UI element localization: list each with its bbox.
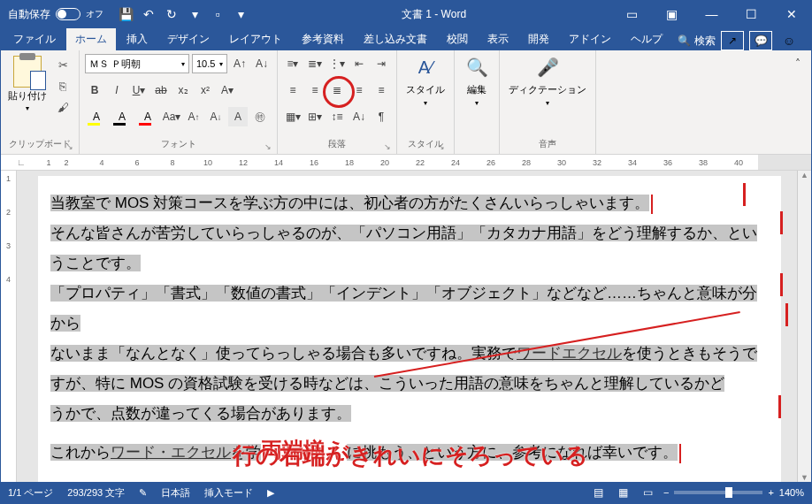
cursor-icon bbox=[651, 195, 653, 214]
font-name-select[interactable]: ＭＳ Ｐ明朝▾ bbox=[85, 54, 189, 73]
numbering-button[interactable]: ≣▾ bbox=[305, 54, 325, 73]
redo-button[interactable]: ↻ bbox=[162, 4, 181, 24]
vertical-ruler[interactable]: 1234 bbox=[1, 171, 17, 482]
align-left-button[interactable]: ≡ bbox=[283, 80, 303, 100]
link-word-excel[interactable]: ワード・エクセル bbox=[111, 444, 231, 461]
dialog-launcher-icon[interactable]: ↘ bbox=[264, 142, 272, 151]
grow-font2-button[interactable]: A↑ bbox=[184, 107, 203, 126]
tab-home[interactable]: ホーム bbox=[66, 28, 116, 50]
text-line: を使うときもそうで bbox=[622, 345, 757, 362]
tab-file[interactable]: ファイル bbox=[4, 28, 65, 50]
editing-button[interactable]: 🔍 編集▾ bbox=[463, 54, 490, 139]
increase-indent-button[interactable]: ⇥ bbox=[372, 54, 391, 73]
comments-button[interactable]: 💬 bbox=[749, 31, 772, 50]
change-case-button[interactable]: Aa▾ bbox=[162, 107, 181, 126]
account-button[interactable]: ▭ bbox=[612, 1, 652, 27]
document-page[interactable]: 当教室で MOS 対策コースを学ぶ方の中には、初心者の方がたくさんいらっしゃいま… bbox=[38, 176, 781, 482]
distributed-button[interactable]: ≡ bbox=[372, 80, 391, 100]
zoom-slider[interactable] bbox=[674, 491, 762, 494]
line-spacing-button[interactable]: ↕≡ bbox=[327, 107, 347, 126]
read-mode-button[interactable]: ▤ bbox=[589, 485, 609, 500]
zoom-out-button[interactable]: − bbox=[663, 487, 669, 498]
collapse-ribbon-button[interactable]: ˄ bbox=[788, 54, 808, 73]
format-painter-button[interactable]: 🖌 bbox=[54, 98, 72, 116]
undo-button[interactable]: ↶ bbox=[139, 4, 158, 24]
status-macros-icon[interactable]: ▶ bbox=[267, 487, 274, 499]
save-button[interactable]: 💾 bbox=[116, 4, 135, 24]
red-edge-marker bbox=[743, 183, 746, 206]
cut-button[interactable]: ✂ bbox=[54, 56, 72, 73]
copy-button[interactable]: ⎘ bbox=[54, 77, 72, 95]
tab-addins[interactable]: アドイン bbox=[560, 28, 620, 50]
show-marks-button[interactable]: ¶ bbox=[372, 107, 391, 126]
decrease-indent-button[interactable]: ⇤ bbox=[349, 54, 369, 73]
status-page[interactable]: 1/1 ページ bbox=[8, 486, 53, 500]
highlight-color-button[interactable]: A bbox=[85, 107, 108, 126]
autosave-toggle[interactable]: 自動保存 オフ bbox=[1, 7, 111, 22]
qat-more[interactable]: ▾ bbox=[231, 4, 250, 24]
superscript-button[interactable]: x² bbox=[195, 80, 215, 100]
strikethrough-button[interactable]: ab bbox=[151, 80, 171, 100]
enclose-char-button[interactable]: ㊕ bbox=[250, 107, 270, 126]
tab-mailings[interactable]: 差し込み文書 bbox=[355, 28, 436, 50]
bullets-button[interactable]: ≡▾ bbox=[283, 54, 303, 73]
status-proofing-icon[interactable]: ✎ bbox=[139, 487, 147, 499]
scroll-down-icon[interactable]: ▼ bbox=[798, 473, 811, 482]
borders-button[interactable]: ⊞▾ bbox=[305, 107, 325, 126]
web-layout-button[interactable]: ▭ bbox=[639, 485, 658, 500]
search-box[interactable]: 🔍 検索 bbox=[678, 34, 716, 49]
tab-insert[interactable]: 挿入 bbox=[118, 28, 157, 50]
multilevel-list-button[interactable]: ⋮▾ bbox=[327, 54, 347, 73]
tab-layout[interactable]: レイアウト bbox=[220, 28, 291, 50]
maximize-button[interactable]: ☐ bbox=[732, 1, 771, 27]
tab-developer[interactable]: 開発 bbox=[519, 28, 558, 50]
print-layout-button[interactable]: ▦ bbox=[614, 485, 633, 500]
shading-button[interactable]: ▦▾ bbox=[283, 107, 303, 126]
tab-view[interactable]: 表示 bbox=[479, 28, 517, 50]
scroll-up-icon[interactable]: ▲ bbox=[798, 171, 811, 179]
dictation-button[interactable]: 🎤 ディクテーション▾ bbox=[509, 54, 586, 136]
minimize-button[interactable]: — bbox=[692, 1, 732, 27]
tab-review[interactable]: 校閲 bbox=[438, 28, 477, 50]
close-button[interactable]: ✕ bbox=[771, 1, 811, 27]
qat-button[interactable]: ▫ bbox=[208, 4, 227, 24]
tab-references[interactable]: 参考資料 bbox=[293, 28, 353, 50]
ribbon-display-button[interactable]: ▣ bbox=[652, 1, 692, 27]
font-color-button[interactable]: A bbox=[136, 107, 159, 126]
text-effects-button[interactable]: A▾ bbox=[218, 80, 237, 100]
italic-button[interactable]: I bbox=[107, 80, 126, 100]
qat-button[interactable]: ▾ bbox=[185, 4, 204, 24]
shrink-font2-button[interactable]: A↓ bbox=[206, 107, 226, 126]
dialog-launcher-icon[interactable]: ↘ bbox=[66, 142, 73, 151]
font-size-select[interactable]: 10.5▾ bbox=[192, 54, 227, 73]
sort-button[interactable]: A↓ bbox=[349, 107, 369, 126]
underline-button[interactable]: U▾ bbox=[129, 80, 149, 100]
vertical-scrollbar[interactable]: ▲ ▼ bbox=[797, 171, 811, 482]
justify-button[interactable]: ≣ bbox=[327, 80, 347, 100]
dialog-launcher-icon[interactable]: ↘ bbox=[384, 142, 391, 151]
zoom-level[interactable]: 140% bbox=[779, 487, 804, 498]
status-insert-mode[interactable]: 挿入モード bbox=[204, 486, 253, 500]
bold-button[interactable]: B bbox=[85, 80, 104, 100]
align-right-button[interactable]: ≡ bbox=[349, 80, 369, 100]
tab-design[interactable]: デザイン bbox=[158, 28, 218, 50]
subscript-button[interactable]: x₂ bbox=[173, 80, 193, 100]
tab-help[interactable]: ヘルプ bbox=[622, 28, 671, 50]
zoom-in-button[interactable]: + bbox=[768, 487, 773, 498]
help-face-button[interactable]: ☺ bbox=[778, 31, 801, 50]
status-word-count[interactable]: 293/293 文字 bbox=[67, 486, 125, 500]
share-button[interactable]: ↗ bbox=[721, 31, 744, 50]
text-line: 「プロパティ」「書式」「数値の書式」「インデント」「オブジェクト」などなど……ち… bbox=[50, 285, 757, 332]
clear-formatting-button[interactable]: A bbox=[228, 107, 248, 126]
grow-font-button[interactable]: A↑ bbox=[230, 54, 249, 73]
autosave-switch-icon[interactable] bbox=[56, 8, 80, 20]
horizontal-ruler[interactable]: ∟ 12468101214161820222426283032343638404… bbox=[1, 155, 811, 171]
styles-button[interactable]: A⁄ スタイル▾ bbox=[406, 54, 445, 136]
status-language[interactable]: 日本語 bbox=[161, 486, 190, 500]
font-border-button[interactable]: A bbox=[111, 107, 134, 126]
dialog-launcher-icon[interactable]: ↘ bbox=[438, 142, 445, 151]
align-center-button[interactable]: ≡ bbox=[305, 80, 325, 100]
status-bar: 1/1 ページ 293/293 文字 ✎ 日本語 挿入モード ▶ ▤ ▦ ▭ −… bbox=[1, 482, 811, 503]
paste-button[interactable]: 貼り付け ▾ bbox=[6, 54, 49, 136]
shrink-font-button[interactable]: A↓ bbox=[252, 54, 272, 73]
